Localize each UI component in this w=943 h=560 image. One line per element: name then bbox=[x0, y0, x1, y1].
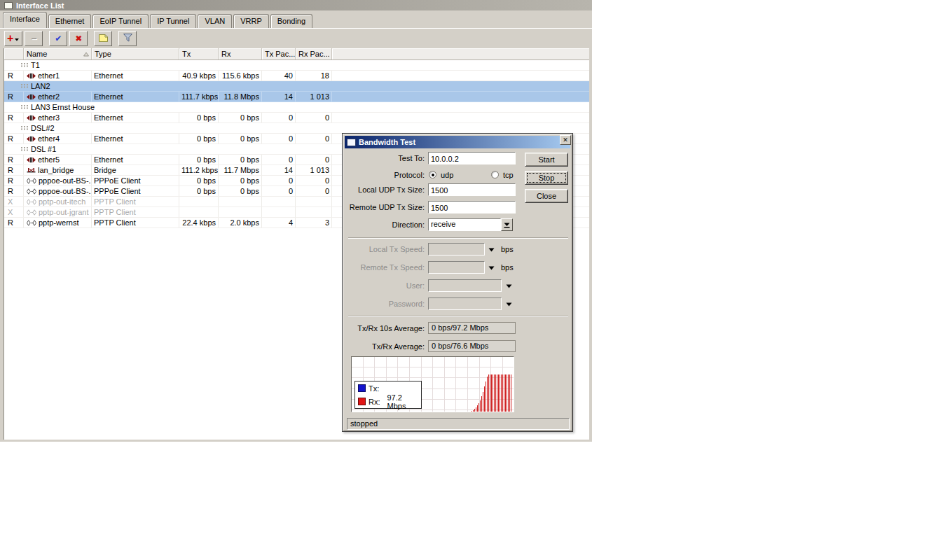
ethernet-icon bbox=[27, 73, 36, 79]
funnel-icon bbox=[123, 33, 133, 44]
protocol-tcp-radio[interactable] bbox=[491, 171, 499, 178]
graph-legend: Tx: Rx: 97.2 Mbps bbox=[355, 381, 422, 409]
bridge-icon bbox=[27, 167, 36, 174]
desktop: Interface List InterfaceEthernetEoIP Tun… bbox=[0, 0, 943, 560]
tab-vlan[interactable]: VLAN bbox=[198, 14, 232, 28]
comment-dots-icon bbox=[21, 83, 29, 89]
local-tx-speed-label: Local Tx Speed: bbox=[345, 243, 425, 255]
column-header-rx[interactable]: Rx bbox=[219, 48, 262, 59]
remote-tx-speed-unit: bps bbox=[501, 261, 514, 274]
test-to-label: Test To: bbox=[345, 152, 425, 164]
plus-icon: + bbox=[7, 33, 13, 44]
local-udp-tx-size-label: Local UDP Tx Size: bbox=[345, 183, 425, 196]
start-button[interactable]: Start bbox=[525, 153, 568, 167]
close-button[interactable]: Close bbox=[525, 189, 568, 203]
tab-interface[interactable]: Interface bbox=[3, 12, 47, 28]
tx-legend-swatch bbox=[358, 384, 366, 392]
password-dropdown-icon[interactable] bbox=[506, 302, 512, 307]
remote-tx-speed-input bbox=[428, 261, 485, 274]
local-tx-speed-unit: bps bbox=[501, 243, 514, 255]
dialog-status-bar: stopped bbox=[347, 418, 570, 430]
column-header-tx-pac-[interactable]: Tx Pac... bbox=[262, 48, 296, 59]
filter-button[interactable] bbox=[118, 31, 137, 46]
tx-rx-10s-average-value: 0 bps/97.2 Mbps bbox=[428, 322, 516, 334]
local-udp-tx-size-input[interactable] bbox=[428, 183, 516, 196]
comment-dots-icon bbox=[21, 104, 29, 110]
tx-legend-label: Tx: bbox=[369, 384, 379, 393]
tab-strip-divider bbox=[0, 28, 592, 29]
local-tx-speed-dropdown-icon[interactable] bbox=[488, 247, 495, 253]
dialog-title: Bandwidth Test bbox=[359, 138, 415, 146]
pppoe-icon bbox=[27, 188, 36, 195]
remote-tx-speed-dropdown-icon[interactable] bbox=[488, 265, 495, 271]
column-header-flags[interactable] bbox=[4, 48, 24, 59]
window-title: Interface List bbox=[16, 1, 64, 10]
comment-row[interactable]: LAN3 Ernst House bbox=[4, 102, 589, 113]
test-to-input[interactable] bbox=[428, 152, 516, 164]
protocol-tcp-label: tcp bbox=[503, 169, 514, 181]
column-header-type[interactable]: Type bbox=[92, 48, 179, 59]
interface-row-ether1[interactable]: Rether1Ethernet40.9 kbps115.6 kbps4018 bbox=[4, 71, 589, 81]
tx-rx-average-value: 0 bps/76.6 Mbps bbox=[428, 340, 516, 352]
remote-udp-tx-size-input[interactable] bbox=[428, 201, 516, 214]
user-dropdown-icon[interactable] bbox=[506, 284, 512, 289]
rx-legend-swatch bbox=[358, 398, 366, 405]
comment-dots-icon bbox=[21, 62, 29, 68]
minus-icon: − bbox=[31, 34, 36, 43]
column-header-tx[interactable]: Tx bbox=[179, 48, 219, 59]
comment-row[interactable]: LAN2 bbox=[4, 81, 589, 92]
pptp-icon bbox=[27, 199, 36, 205]
bandwidth-graph: Tx: Rx: 97.2 Mbps bbox=[351, 356, 514, 412]
tab-eoip-tunnel[interactable]: EoIP Tunnel bbox=[92, 14, 149, 28]
password-label: Password: bbox=[345, 298, 425, 310]
protocol-udp-radio[interactable] bbox=[429, 171, 436, 178]
stop-button[interactable]: Stop bbox=[525, 171, 568, 185]
close-icon[interactable]: ✕ bbox=[560, 135, 571, 145]
direction-select[interactable]: receive bbox=[428, 218, 501, 231]
pptp-icon bbox=[27, 209, 36, 216]
ethernet-icon bbox=[27, 157, 36, 163]
comment-row[interactable]: T1 bbox=[4, 60, 589, 71]
dialog-titlebar: Bandwidth Test bbox=[345, 136, 570, 148]
user-label: User: bbox=[345, 279, 425, 292]
comment-dots-icon bbox=[21, 125, 29, 131]
interface-row-ether3[interactable]: Rether3Ethernet0 bps0 bps00 bbox=[4, 113, 589, 123]
interface-row-ether2[interactable]: Rether2Ethernet111.7 kbps11.8 Mbps141 01… bbox=[4, 92, 589, 102]
add-button[interactable]: + bbox=[4, 31, 22, 46]
cross-icon: ✖ bbox=[75, 34, 82, 43]
user-input bbox=[428, 279, 502, 292]
enable-button[interactable]: ✔ bbox=[49, 31, 67, 46]
section-divider bbox=[348, 237, 568, 239]
protocol-udp-label: udp bbox=[441, 169, 453, 181]
remote-tx-speed-label: Remote Tx Speed: bbox=[345, 261, 425, 274]
ethernet-icon bbox=[27, 136, 36, 142]
column-header-name[interactable]: Name bbox=[24, 48, 92, 59]
tx-rx-10s-average-label: Tx/Rx 10s Average: bbox=[345, 322, 425, 335]
pptp-icon bbox=[27, 220, 36, 226]
direction-dropdown-icon[interactable] bbox=[501, 218, 513, 231]
comment-button[interactable] bbox=[94, 31, 112, 46]
rx-legend-value: 97.2 Mbps bbox=[387, 393, 419, 410]
interface-list-titlebar: Interface List bbox=[0, 0, 592, 10]
local-tx-speed-input bbox=[428, 243, 485, 255]
tab-ip-tunnel[interactable]: IP Tunnel bbox=[150, 14, 196, 28]
column-header-rx-pac-[interactable]: Rx Pac... bbox=[296, 48, 332, 59]
column-header-filler bbox=[332, 48, 589, 59]
ethernet-icon bbox=[27, 94, 36, 100]
bandwidth-test-dialog: Bandwidth Test ✕ Test To: Protocol: udp … bbox=[342, 133, 573, 432]
toolbar: +−✔✖ bbox=[4, 30, 139, 47]
direction-label: Direction: bbox=[345, 218, 425, 231]
remote-udp-tx-size-label: Remote UDP Tx Size: bbox=[345, 201, 425, 214]
tab-ethernet[interactable]: Ethernet bbox=[48, 14, 92, 28]
remove-button: − bbox=[25, 31, 43, 46]
tab-strip: InterfaceEthernetEoIP TunnelIP TunnelVLA… bbox=[3, 12, 312, 28]
tab-bonding[interactable]: Bonding bbox=[270, 14, 312, 28]
chevron-down-icon bbox=[15, 34, 20, 43]
tab-vrrp[interactable]: VRRP bbox=[233, 14, 269, 28]
disable-button[interactable]: ✖ bbox=[69, 31, 88, 46]
comment-row[interactable]: DSL#2 bbox=[4, 123, 589, 134]
window-icon bbox=[4, 2, 13, 9]
tx-rx-average-label: Tx/Rx Average: bbox=[345, 340, 425, 353]
table-header: NameTypeTxRxTx Pac...Rx Pac... bbox=[4, 48, 589, 60]
dialog-icon bbox=[347, 139, 356, 146]
